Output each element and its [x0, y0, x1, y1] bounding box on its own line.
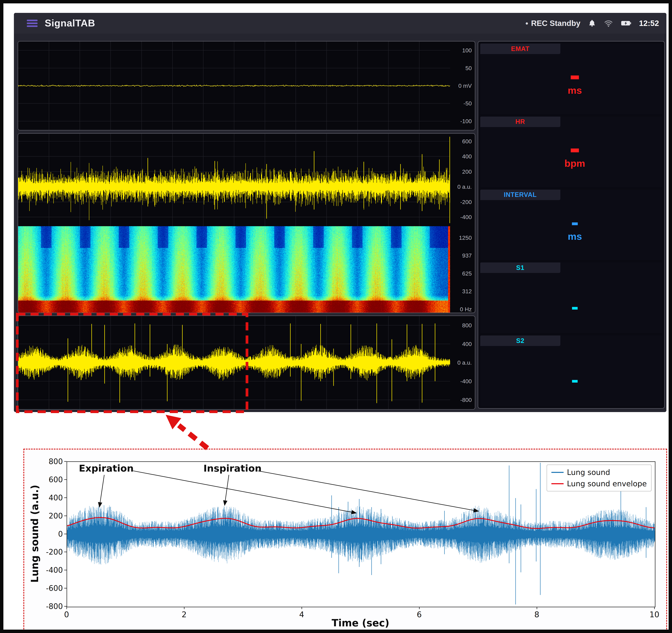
zoom-arrow-line — [179, 425, 208, 448]
ecg-plot-canvas — [18, 42, 450, 130]
metric-card-s1: S1 - — [480, 262, 662, 333]
metric-unit-hr: bpm — [565, 157, 585, 169]
spectrogram-ytick-labels: 12509376253120 Hz — [450, 226, 475, 312]
y-tick-label: 1250 — [459, 234, 472, 241]
metric-value-interval: - — [571, 217, 579, 227]
bell-icon[interactable] — [588, 19, 596, 27]
y-tick-label: 50 — [465, 65, 472, 71]
rec-status-label: REC Standby — [531, 19, 580, 28]
app-title: SignalTAB — [45, 17, 95, 29]
spectrogram-canvas — [18, 226, 450, 312]
heart-sound-plot-canvas — [18, 134, 450, 226]
y-tick-mark — [64, 552, 67, 552]
metric-value-emat: - — [570, 68, 580, 81]
metric-label-hr: HR — [480, 117, 560, 127]
metric-label-s1: S1 — [480, 262, 560, 273]
x-tick-mark — [654, 607, 655, 609]
wifi-icon — [604, 19, 613, 27]
x-axis-label: Time (sec) — [332, 617, 389, 629]
menu-bar — [27, 23, 38, 24]
metric-label-text: EMAT — [511, 45, 530, 52]
heart-sound-panel: 6004002000 a.u.-200-400 12509376253120 H… — [18, 133, 475, 313]
y-tick-label: -200 — [38, 547, 63, 556]
rec-dot-icon: ● — [525, 20, 528, 26]
annotation-expiration: Expiration — [79, 463, 134, 474]
heart-sound-ytick-labels: 6004002000 a.u.-200-400 — [450, 134, 475, 226]
metric-label-interval: INTERVAL — [480, 190, 560, 200]
metric-card-emat: EMAT - ms — [480, 44, 662, 114]
legend-label: Lung sound envelope — [567, 479, 647, 488]
y-tick-mark — [64, 479, 67, 480]
metric-label-emat: EMAT — [480, 44, 560, 54]
y-tick-mark — [64, 516, 67, 516]
figure: SignalTAB ● REC Standby — [0, 0, 672, 633]
status-bar: ● REC Standby — [525, 13, 659, 33]
x-tick-label: 4 — [299, 610, 304, 619]
clock: 12:52 — [639, 19, 659, 28]
legend-swatch — [551, 472, 563, 473]
chart-axes: Expiration Inspiration Lung sound Lung s… — [67, 461, 655, 607]
lung-sound-ytick-labels: 8004000 a.u.-400-800 — [450, 316, 475, 409]
metric-unit-interval: ms — [568, 230, 582, 242]
y-tick-label: 400 — [462, 153, 472, 160]
chart-legend: Lung sound Lung sound envelope — [547, 465, 651, 491]
y-tick-label: 937 — [462, 252, 472, 259]
x-tick-mark — [537, 607, 537, 609]
y-tick-mark — [64, 570, 67, 570]
y-tick-mark — [64, 534, 67, 534]
menu-button[interactable] — [27, 20, 38, 27]
zoom-arrow-head — [166, 415, 181, 429]
y-tick-label: 200 — [462, 168, 472, 175]
legend-swatch — [551, 483, 563, 484]
y-tick-label: 0 a.u. — [457, 184, 472, 190]
y-tick-label: 0 mV — [458, 83, 472, 89]
metric-label-s2: S2 — [480, 335, 560, 346]
x-tick-label: 8 — [534, 610, 539, 619]
y-tick-label: 0 a.u. — [457, 359, 472, 366]
y-tick-label: -400 — [460, 378, 472, 384]
metric-card-interval: INTERVAL - ms — [480, 190, 662, 260]
y-tick-label: 625 — [462, 270, 472, 277]
ecg-ytick-labels: 100500 mV-50-100 — [450, 42, 475, 130]
y-tick-label: 800 — [38, 457, 63, 466]
x-tick-mark — [66, 607, 67, 609]
metric-label-text: INTERVAL — [504, 191, 537, 198]
lung-chart-figure: Expiration Inspiration Lung sound Lung s… — [23, 449, 667, 632]
x-tick-mark — [184, 607, 185, 609]
y-tick-label: 0 — [38, 530, 63, 538]
y-tick-label: -600 — [38, 584, 63, 592]
y-tick-label: -400 — [38, 566, 63, 575]
legend-item-envelope: Lung sound envelope — [551, 479, 647, 488]
y-tick-mark — [64, 588, 67, 588]
ecg-panel: 100500 mV-50-100 — [18, 41, 475, 131]
y-tick-label: 600 — [462, 138, 472, 144]
legend-label: Lung sound — [567, 468, 610, 477]
metric-label-text: S1 — [516, 264, 524, 272]
y-tick-label: 200 — [38, 511, 63, 520]
x-tick-label: 0 — [64, 610, 69, 619]
y-tick-label: -100 — [460, 118, 472, 124]
y-tick-label: -50 — [463, 100, 472, 107]
metric-card-hr: HR - bpm — [480, 117, 662, 187]
y-tick-mark — [64, 606, 67, 607]
lung-sound-panel: 8004000 a.u.-400-800 — [18, 315, 475, 410]
rec-status: ● REC Standby — [525, 19, 580, 28]
y-tick-label: 400 — [462, 341, 472, 347]
legend-item-lung-sound: Lung sound — [551, 468, 647, 477]
metric-value-s2: - — [571, 375, 578, 384]
y-tick-label: -800 — [460, 397, 472, 403]
x-tick-mark — [302, 607, 302, 609]
metric-value-s1: - — [571, 302, 578, 311]
y-tick-label: -800 — [38, 602, 63, 611]
metric-label-text: S2 — [516, 337, 524, 345]
metric-card-s2: S2 - — [480, 335, 662, 406]
y-tick-label: 100 — [462, 47, 472, 54]
y-tick-mark — [64, 497, 67, 498]
app-header: SignalTAB ● REC Standby — [14, 13, 666, 33]
y-tick-label: -400 — [460, 214, 472, 220]
metric-value-hr: - — [570, 141, 580, 154]
y-tick-label: -200 — [460, 198, 472, 205]
x-tick-label: 6 — [417, 610, 422, 619]
battery-charging-icon — [621, 20, 631, 26]
menu-bar — [27, 20, 38, 21]
